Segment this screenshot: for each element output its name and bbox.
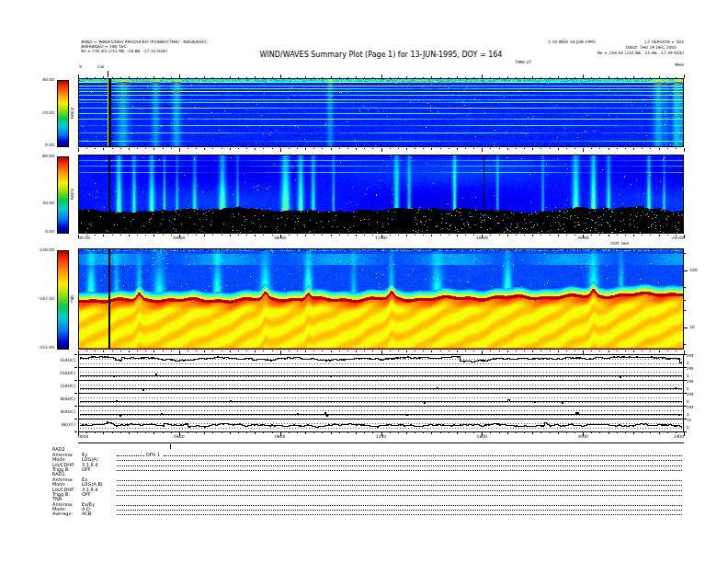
axis-tick [566,77,567,78]
axis-tick [255,432,256,434]
axis-tick [263,148,264,149]
axis-tick [642,77,643,78]
axis-tick [684,432,685,436]
axis-tick [676,432,677,433]
axis-tick [86,77,87,78]
axis-tick [431,235,432,236]
axis-tick [415,432,415,433]
axis-tick [617,350,618,351]
strip-channel-label: E(ADC) [46,358,75,362]
axis-tick [566,235,567,236]
time-ut-label: TIME UT [515,60,531,64]
axis-tick [516,77,517,78]
axis-tick [381,148,382,152]
rad2-spectrogram [78,78,684,147]
axis-tick [676,350,677,351]
strip-channel-label: C(ADC) [46,384,75,388]
instrument-info-block: RAD2Antenna:EyDPU 1Mode:LOG(A)Lib/CDHF:3… [52,447,684,516]
rad1-panel-label: RAD1 [70,180,78,208]
info-text [117,507,682,511]
colorbar-tick-label: 30.00 [28,201,54,205]
axis-tick [238,350,239,351]
axis-tick [263,235,264,236]
axis-tick [112,235,113,236]
axis-tick [667,432,668,433]
info-text [117,488,682,491]
axis-tick [280,148,281,152]
axis-tick [633,76,634,78]
axis-tick [154,235,154,236]
axis-tick [684,75,685,78]
time-axis-label: 16:00 [468,236,495,240]
axis-tick [120,148,121,149]
time-axis-label: 12:00 [368,236,395,240]
axis-tick [532,432,533,434]
axis-tick [331,235,332,236]
strip-right-tick-top: 255 [687,367,694,371]
axis-tick [532,148,533,150]
axis-tick [171,350,172,351]
axis-tick [642,350,643,351]
axis-tick [129,76,130,78]
axis-tick [599,350,600,351]
axis-tick [599,235,600,236]
axis-tick [490,148,491,149]
axis-tick [684,148,685,152]
axis-tick [390,350,391,351]
axis-tick [145,432,146,433]
info-text [117,457,682,461]
axis-tick [356,432,357,434]
axis-tick [289,432,290,433]
strip-right-tick-bottom: 0 [687,374,689,378]
axis-tick [507,432,508,434]
axis-tick [163,432,164,433]
axis-tick [659,76,660,78]
freq-minor-tick [684,344,686,345]
axis-tick [246,77,247,78]
axis-tick [196,350,197,351]
axis-tick [449,77,449,78]
axis-tick [550,432,551,433]
axis-tick [524,432,525,433]
axis-tick [499,432,500,433]
axis-tick [642,148,643,149]
freq-minor-tick [684,310,686,311]
mhz-unit-label: MHz [662,63,684,67]
axis-tick [212,432,213,433]
axis-tick [222,148,222,149]
axis-tick [322,350,323,351]
axis-tick [163,235,164,236]
axis-tick [322,148,323,149]
axis-tick [212,350,213,351]
strip-right-tick-bottom: 0 [687,413,689,417]
axis-tick [507,148,508,150]
strip-right-tick-top: 255 [687,354,694,358]
axis-tick [86,350,87,351]
axis-tick [339,235,340,236]
axis-tick [339,148,340,149]
info-separator-rule [78,442,684,443]
axis-tick [188,350,188,351]
axis-tick [103,148,104,150]
axis-tick [331,350,332,352]
axis-tick [617,432,618,433]
axis-tick [431,432,432,434]
axis-tick [482,75,483,78]
axis-tick [171,77,172,78]
axis-tick [188,432,188,433]
axis-tick [137,148,138,149]
axis-tick [423,235,424,236]
axis-tick [423,148,424,149]
axis-tick [246,235,247,236]
axis-tick [263,350,264,351]
axis-tick [78,148,79,152]
axis-tick [322,77,323,78]
axis-tick [145,350,146,351]
axis-tick [347,235,348,236]
colorbar-tick-label: -130.00 [28,247,54,252]
axis-tick [364,235,365,236]
axis-tick [617,148,618,149]
axis-tick [398,77,399,78]
time-axis-label: 04:00 [165,236,193,240]
axis-tick [583,350,584,354]
